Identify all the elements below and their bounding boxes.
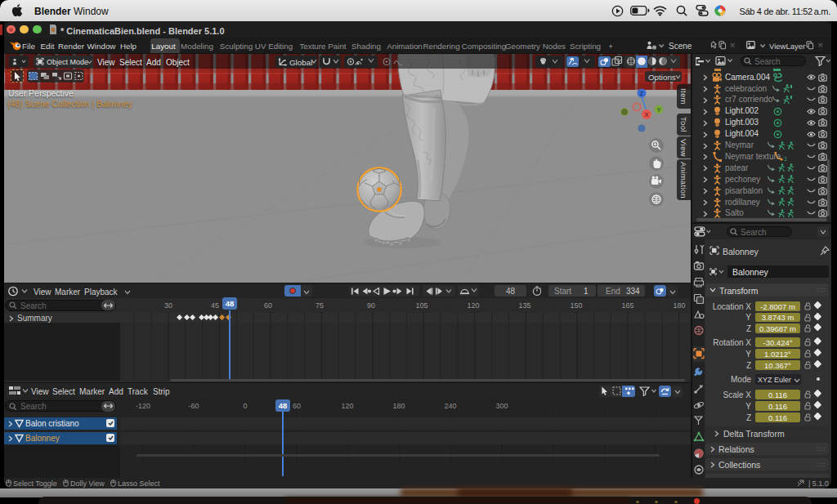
svg-text:Y: Y [657,107,661,113]
svg-text:3: 3 [784,156,787,162]
svg-text:X: X [644,111,648,118]
svg-text:Z: Z [640,91,644,96]
